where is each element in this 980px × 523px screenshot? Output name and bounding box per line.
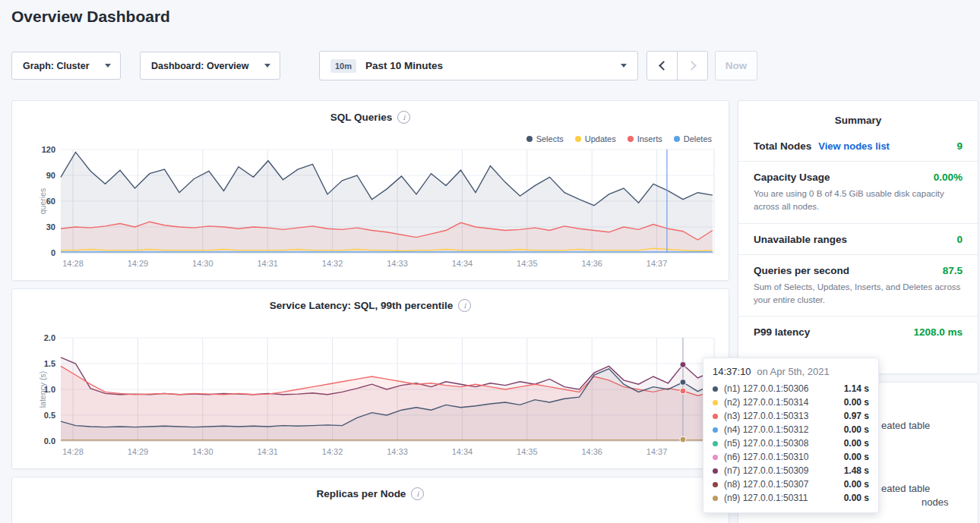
series-color-dot: [713, 468, 718, 474]
legend-label: Updates: [585, 134, 616, 143]
total-nodes-label: Total Nodes: [754, 140, 811, 152]
svg-text:14:34: 14:34: [452, 259, 473, 268]
tooltip-node-label: (n3) 127.0.0.1:50313: [724, 411, 808, 421]
tooltip-node-label: (n1) 127.0.0.1:50306: [724, 383, 808, 394]
total-nodes-value: 9: [956, 140, 963, 152]
replicas-per-node-panel: Replicas per Node: [11, 477, 729, 523]
graph-dropdown[interactable]: Graph: Cluster: [11, 52, 121, 80]
svg-text:14:31: 14:31: [257, 447, 278, 456]
tooltip-header: 14:37:10 on Apr 5th, 2021: [713, 366, 869, 377]
svg-text:0: 0: [51, 248, 55, 257]
svg-text:30: 30: [46, 222, 55, 232]
event-item-fragment: eated table: [881, 483, 930, 494]
legend-dot: [628, 136, 634, 142]
tooltip-node-label: (n8) 127.0.0.1:50307: [724, 479, 808, 490]
tooltip-date: on Apr 5th, 2021: [757, 366, 829, 377]
svg-text:14:30: 14:30: [192, 447, 213, 456]
tooltip-node-value: 1.48 s: [844, 465, 869, 476]
svg-text:14:36: 14:36: [581, 259, 602, 268]
svg-text:14:36: 14:36: [581, 447, 602, 456]
p99-latency-value: 1208.0 ms: [913, 326, 963, 338]
queries-per-second-description: Sum of Selects, Updates, Inserts, and De…: [754, 281, 963, 307]
legend-dot: [575, 136, 581, 142]
time-next-button[interactable]: [677, 51, 708, 80]
series-color-dot: [713, 414, 718, 419]
tooltip-node-label: (n4) 127.0.0.1:50312: [724, 424, 808, 435]
service-latency-title: Service Latency: SQL, 99th percentile: [270, 300, 454, 311]
replicas-per-node-title: Replicas per Node: [317, 488, 406, 499]
p99-latency-label: P99 latency: [754, 326, 810, 338]
capacity-usage-description: You are using 0 B of 4.5 GiB usable disk…: [754, 187, 963, 214]
svg-text:14:35: 14:35: [517, 259, 538, 268]
unavailable-ranges-label: Unavailable ranges: [754, 234, 847, 245]
legend-item-selects[interactable]: Selects: [526, 134, 564, 143]
legend-item-updates[interactable]: Updates: [575, 134, 616, 143]
time-range-picker[interactable]: 10m Past 10 Minutes: [319, 51, 638, 80]
tooltip-node-label: (n7) 127.0.0.1:50309: [724, 465, 808, 476]
tooltip-node-row: (n8) 127.0.0.1:503070.00 s: [713, 477, 869, 491]
tooltip-node-row: (n3) 127.0.0.1:503130.97 s: [713, 409, 869, 423]
svg-text:0.5: 0.5: [44, 411, 55, 420]
dashboard-dropdown-label: Dashboard: Overview: [151, 61, 249, 71]
tooltip-node-row: (n6) 127.0.0.1:503100.00 s: [713, 450, 869, 464]
summary-row-p99-latency: P99 latency 1208.0 ms: [738, 317, 978, 347]
service-latency-chart-area[interactable]: 0.00.51.01.52.014:2814:2914:3014:3114:32…: [38, 332, 722, 462]
chevron-left-icon: [659, 61, 669, 71]
tooltip-node-label: (n2) 127.0.0.1:50314: [724, 397, 808, 408]
svg-text:14:30: 14:30: [192, 259, 213, 268]
page-title: Overview Dashboard: [11, 8, 170, 26]
sql-queries-chart-area[interactable]: 030609012014:2814:2914:3014:3114:3214:33…: [38, 143, 722, 274]
svg-text:60: 60: [46, 197, 55, 206]
series-color-dot: [713, 496, 718, 501]
tooltip-node-value: 0.97 s: [844, 411, 869, 421]
tooltip-node-label: (n6) 127.0.0.1:50310: [724, 452, 808, 462]
queries-per-second-value: 87.5: [943, 265, 963, 276]
svg-text:14:32: 14:32: [322, 259, 343, 268]
summary-row-capacity-usage: Capacity Usage 0.00% You are using 0 B o…: [738, 162, 978, 224]
summary-row-unavailable-ranges: Unavailable ranges 0: [738, 224, 978, 255]
info-icon[interactable]: [458, 299, 471, 312]
queries-per-second-label: Queries per second: [754, 265, 849, 276]
chevron-down-icon: [264, 64, 270, 68]
legend-item-deletes[interactable]: Deletes: [674, 134, 712, 143]
svg-text:14:28: 14:28: [62, 259, 84, 268]
service-latency-panel: Service Latency: SQL, 99th percentile 0.…: [11, 288, 729, 469]
graph-dropdown-label: Graph: Cluster: [23, 61, 90, 71]
svg-text:1.5: 1.5: [44, 359, 55, 368]
overview-dashboard-page: Overview Dashboard Graph: Cluster Dashbo…: [0, 0, 980, 523]
tooltip-node-row: (n9) 127.0.0.1:503110.00 s: [713, 491, 869, 505]
svg-text:latency (s): latency (s): [38, 371, 47, 408]
series-color-dot: [713, 386, 718, 392]
summary-title: Summary: [738, 101, 978, 131]
tooltip-node-value: 0.00 s: [844, 493, 869, 503]
svg-text:14:33: 14:33: [387, 447, 408, 456]
sql-queries-title: SQL Queries: [330, 112, 393, 123]
tooltip-node-value: 0.00 s: [844, 452, 869, 462]
time-prev-button[interactable]: [646, 51, 678, 80]
dashboard-dropdown[interactable]: Dashboard: Overview: [140, 52, 280, 80]
sql-queries-panel: SQL Queries SelectsUpdatesInsertsDeletes…: [11, 100, 729, 281]
time-range-badge: 10m: [330, 59, 356, 73]
tooltip-node-row: (n2) 127.0.0.1:503140.00 s: [713, 395, 869, 409]
info-icon[interactable]: [397, 111, 410, 124]
legend-item-inserts[interactable]: Inserts: [628, 134, 662, 143]
svg-text:14:34: 14:34: [452, 447, 473, 456]
tooltip-node-row: (n7) 127.0.0.1:503091.48 s: [713, 464, 869, 477]
series-color-dot: [713, 427, 718, 433]
tooltip-node-row: (n1) 127.0.0.1:503061.14 s: [713, 382, 869, 395]
chart-hover-tooltip: 14:37:10 on Apr 5th, 2021 (n1) 127.0.0.1…: [703, 358, 879, 513]
now-button[interactable]: Now: [715, 51, 757, 80]
chevron-right-icon: [687, 61, 697, 71]
chevron-down-icon: [621, 64, 627, 68]
capacity-usage-value: 0.00%: [934, 172, 963, 183]
series-color-dot: [713, 455, 718, 460]
legend-dot: [674, 136, 680, 142]
chevron-down-icon: [105, 64, 111, 68]
tooltip-node-value: 0.00 s: [844, 479, 869, 490]
summary-panel: Summary Total Nodes View nodes list 9 Ca…: [738, 100, 978, 374]
series-color-dot: [713, 441, 718, 446]
tooltip-node-label: (n9) 127.0.0.1:50311: [724, 493, 808, 503]
legend-label: Deletes: [684, 134, 712, 143]
info-icon[interactable]: [411, 487, 424, 500]
view-nodes-list-link[interactable]: View nodes list: [818, 140, 890, 152]
